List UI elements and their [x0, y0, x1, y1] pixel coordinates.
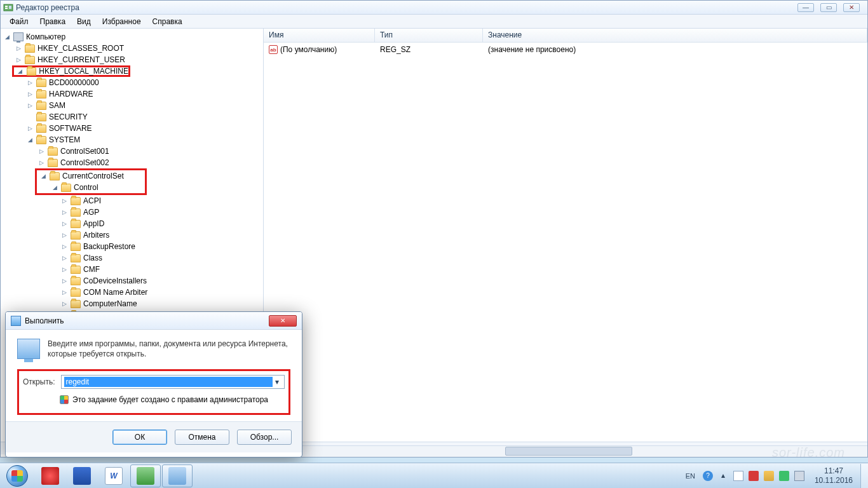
tree-hkcr[interactable]: ▷HKEY_CLASSES_ROOT: [12, 43, 263, 54]
tree-hklm[interactable]: ◢HKEY_LOCAL_MACHINE: [12, 65, 130, 77]
tree-cs1[interactable]: ▷ControlSet001: [35, 146, 263, 157]
show-desktop-button[interactable]: [860, 464, 868, 488]
run-cancel-button[interactable]: Отмена: [175, 430, 229, 445]
folder-icon: [48, 159, 58, 167]
folder-icon: [27, 67, 37, 76]
system-tray: EN ? ▴ 11:47 10.11.2016: [683, 466, 860, 485]
run-big-icon: [17, 339, 40, 359]
tree-cs2[interactable]: ▷ControlSet002: [35, 157, 263, 168]
taskbar-regedit[interactable]: [130, 464, 161, 487]
titlebar[interactable]: Редактор реестра — ▭ ✕: [1, 1, 867, 15]
folder-icon: [71, 197, 81, 205]
folder-icon: [71, 300, 81, 308]
folder-icon: [71, 243, 81, 251]
tray-arrow-icon[interactable]: ▴: [718, 471, 728, 481]
folder-icon: [71, 220, 81, 228]
watermark: sor-life.com: [772, 445, 845, 460]
start-button[interactable]: [0, 464, 34, 488]
clock[interactable]: 11:47 10.11.2016: [810, 466, 858, 485]
folder-icon: [25, 44, 35, 53]
tree-security[interactable]: SECURITY: [24, 111, 263, 123]
run-combobox[interactable]: ▾: [61, 375, 285, 389]
folder-icon: [36, 90, 46, 98]
scrollbar-thumb[interactable]: [505, 447, 632, 456]
tree-item[interactable]: ▷COM Name Arbiter: [58, 287, 263, 298]
tree-root[interactable]: ◢Компьютер: [1, 31, 263, 43]
folder-icon: [71, 231, 81, 240]
network-icon[interactable]: [764, 471, 774, 481]
tree-software[interactable]: ▷SOFTWARE: [24, 123, 263, 134]
action-center-icon[interactable]: [733, 471, 743, 481]
dropdown-icon[interactable]: ▾: [273, 377, 281, 386]
tree-item[interactable]: ▷Arbiters: [58, 229, 263, 241]
menu-help[interactable]: Справка: [147, 16, 187, 27]
tree-hkcu[interactable]: ▷HKEY_CURRENT_USER: [12, 54, 263, 65]
col-type[interactable]: Тип: [375, 29, 483, 42]
tree-item[interactable]: ▷CMF: [58, 264, 263, 275]
menu-favorites[interactable]: Избранное: [97, 16, 146, 27]
taskbar-word[interactable]: W: [98, 464, 129, 487]
tree-item[interactable]: ▷BackupRestore: [58, 241, 263, 252]
menu-edit[interactable]: Правка: [35, 16, 71, 27]
shield-icon: [60, 395, 69, 404]
close-button[interactable]: ✕: [843, 3, 860, 12]
taskbar: W EN ? ▴ 11:47 10.11.2016: [0, 463, 868, 488]
word-icon: W: [105, 467, 123, 485]
tree-item[interactable]: ▷ACPI: [58, 195, 263, 207]
tray-red-icon[interactable]: [749, 471, 759, 481]
tree-control[interactable]: ◢Control: [48, 182, 145, 193]
list-row[interactable]: ab(По умолчанию) REG_SZ (значение не при…: [264, 43, 867, 57]
values-pane: Имя Тип Значение ab(По умолчанию) REG_SZ…: [264, 29, 867, 442]
run-close-button[interactable]: ✕: [269, 315, 297, 327]
run-taskbar-icon: [168, 467, 186, 485]
taskbar-opera[interactable]: [35, 464, 65, 487]
tree-item[interactable]: ▷CoDeviceInstallers: [58, 275, 263, 287]
run-icon: [11, 316, 21, 326]
folder-icon: [71, 266, 81, 274]
volume-icon[interactable]: [794, 471, 804, 481]
svg-rect-3: [9, 6, 11, 9]
tray-green-icon[interactable]: [779, 471, 789, 481]
maximize-button[interactable]: ▭: [820, 3, 837, 12]
menubar: Файл Правка Вид Избранное Справка: [1, 15, 867, 29]
minimize-button[interactable]: —: [797, 3, 814, 12]
help-tray-icon[interactable]: ?: [703, 471, 713, 481]
menu-view[interactable]: Вид: [72, 16, 96, 27]
folder-icon: [71, 208, 81, 217]
folder-icon: [36, 125, 46, 133]
computer-icon: [13, 32, 24, 41]
tree-item[interactable]: ▷AppID: [58, 218, 263, 229]
taskbar-save[interactable]: [67, 464, 97, 487]
folder-icon: [61, 184, 71, 192]
tree-sam[interactable]: ▷SAM: [24, 100, 263, 111]
run-dialog: Выполнить ✕ Введите имя программы, папки…: [5, 311, 302, 458]
menu-file[interactable]: Файл: [4, 16, 34, 27]
col-name[interactable]: Имя: [264, 29, 375, 42]
tree-item[interactable]: ▷ComputerName: [58, 298, 263, 309]
tree-hardware[interactable]: ▷HARDWARE: [24, 88, 263, 100]
taskbar-run[interactable]: [162, 464, 193, 487]
folder-icon: [25, 56, 35, 64]
run-input[interactable]: [64, 377, 273, 387]
folder-icon: [71, 254, 81, 262]
tree-system[interactable]: ◢SYSTEM: [24, 134, 263, 146]
folder-icon: [71, 288, 81, 297]
folder-icon: [71, 277, 81, 285]
opera-icon: [41, 467, 59, 485]
svg-rect-2: [5, 8, 8, 9]
regedit-icon: [3, 3, 13, 13]
run-ok-button[interactable]: ОК: [112, 430, 167, 445]
language-indicator[interactable]: EN: [683, 471, 698, 481]
tree-item[interactable]: ▷Class: [58, 252, 263, 264]
folder-icon: [50, 172, 60, 180]
run-titlebar[interactable]: Выполнить ✕: [6, 312, 302, 330]
window-title: Редактор реестра: [16, 3, 79, 12]
regedit-taskbar-icon: [137, 467, 154, 485]
run-label: Открыть:: [23, 377, 55, 386]
col-value[interactable]: Значение: [483, 29, 867, 42]
tree-item[interactable]: ▷AGP: [58, 207, 263, 218]
tree-ccs[interactable]: ◢CurrentControlSet: [37, 170, 145, 182]
run-browse-button[interactable]: Обзор...: [237, 430, 292, 445]
folder-icon: [36, 113, 46, 121]
tree-bcd[interactable]: ▷BCD00000000: [24, 77, 263, 88]
